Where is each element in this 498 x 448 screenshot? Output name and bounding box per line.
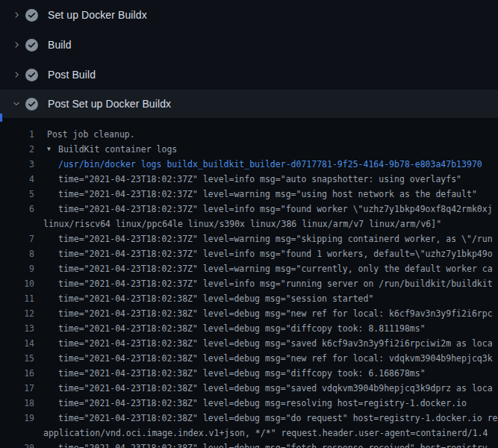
- log-line-number[interactable]: 13: [0, 321, 34, 336]
- log-line-text: time="2021-04-23T18:02:37Z" level=info m…: [34, 202, 493, 217]
- chevron-right-icon[interactable]: [10, 69, 22, 81]
- log-line-text: Post job cleanup.: [34, 127, 135, 142]
- log-line[interactable]: 5time="2021-04-23T18:02:37Z" level=warni…: [0, 187, 498, 202]
- log-line-number[interactable]: 12: [0, 306, 34, 321]
- log-line[interactable]: 14time="2021-04-23T18:02:38Z" level=debu…: [0, 336, 498, 351]
- log-line[interactable]: 4time="2021-04-23T18:02:37Z" level=info …: [0, 172, 498, 187]
- step-row-set-up-docker-buildx[interactable]: Set up Docker Buildx: [0, 0, 498, 30]
- log-line-text: time="2021-04-23T18:02:38Z" level=debug …: [34, 411, 498, 426]
- log-line-text: time="2021-04-23T18:02:37Z" level=info m…: [34, 172, 461, 187]
- log-text: time="2021-04-23T18:02:38Z" level=debug …: [58, 413, 498, 423]
- step-row-post-build[interactable]: Post Build: [0, 60, 498, 90]
- log-line-text: time="2021-04-23T18:02:38Z" level=debug …: [34, 351, 493, 366]
- step-label: Post Set up Docker Buildx: [48, 98, 171, 110]
- log-text: /usr/bin/docker logs buildx_buildkit_bui…: [58, 159, 482, 169]
- log-line[interactable]: 17time="2021-04-23T18:02:38Z" level=debu…: [0, 381, 498, 396]
- log-text: time="2021-04-23T18:02:38Z" level=debug …: [58, 308, 493, 319]
- log-line-number[interactable]: 18: [0, 396, 34, 411]
- log-line[interactable]: 3/usr/bin/docker logs buildx_buildkit_bu…: [0, 157, 498, 172]
- log-line-number[interactable]: 16: [0, 366, 34, 381]
- step-label: Set up Docker Buildx: [48, 9, 147, 21]
- log-line-number[interactable]: 1: [0, 127, 34, 142]
- log-text: time="2021-04-23T18:02:38Z" level=debug …: [58, 353, 493, 364]
- log-text: time="2021-04-23T18:02:38Z" level=debug …: [58, 293, 373, 304]
- log-line-text: time="2021-04-23T18:02:37Z" level=info m…: [34, 246, 493, 261]
- log-line[interactable]: linux/riscv64 linux/ppc64le linux/s390x …: [0, 217, 498, 231]
- log-line-text: time="2021-04-23T18:02:38Z" level=debug …: [34, 381, 493, 396]
- log-line-text: time="2021-04-23T18:02:37Z" level=warnin…: [34, 231, 493, 246]
- check-circle-icon: [25, 98, 38, 111]
- workflow-steps-list: Set up Docker Buildx Build Post Build Po…: [0, 0, 498, 118]
- log-text: time="2021-04-23T18:02:37Z" level=info m…: [58, 204, 493, 214]
- log-text: time="2021-04-23T18:02:37Z" level=warnin…: [58, 264, 493, 274]
- log-line[interactable]: 7time="2021-04-23T18:02:37Z" level=warni…: [0, 231, 498, 246]
- log-line-number[interactable]: 8: [0, 246, 34, 261]
- log-line[interactable]: 11time="2021-04-23T18:02:38Z" level=debu…: [0, 291, 498, 306]
- log-line[interactable]: 1Post job cleanup.: [0, 127, 498, 142]
- log-line-number[interactable]: 20: [0, 441, 34, 448]
- chevron-down-icon[interactable]: [10, 98, 22, 110]
- log-line[interactable]: 18time="2021-04-23T18:02:38Z" level=debu…: [0, 396, 498, 411]
- check-circle-icon: [25, 69, 38, 81]
- log-line-number[interactable]: 6: [0, 202, 34, 217]
- log-line-text: time="2021-04-23T18:02:37Z" level=warnin…: [34, 261, 493, 276]
- log-text: time="2021-04-23T18:02:38Z" level=debug …: [58, 383, 493, 393]
- log-line-text: time="2021-04-23T18:02:38Z" level=debug …: [34, 366, 426, 381]
- log-line[interactable]: 10time="2021-04-23T18:02:37Z" level=info…: [0, 276, 498, 291]
- log-line-number[interactable]: 3: [0, 157, 34, 172]
- log-line[interactable]: 8time="2021-04-23T18:02:37Z" level=info …: [0, 246, 498, 261]
- log-line-number[interactable]: 7: [0, 231, 34, 246]
- log-line[interactable]: application/vnd.oci.image.index.v1+json,…: [0, 426, 498, 441]
- log-line-text: time="2021-04-23T18:02:37Z" level=info m…: [34, 276, 493, 291]
- log-line-text: time="2021-04-23T18:02:38Z" level=debug …: [34, 321, 426, 336]
- log-line-text: time="2021-04-23T18:02:38Z" level=debug …: [34, 306, 493, 321]
- log-line-text: application/vnd.oci.image.index.v1+json,…: [34, 426, 488, 441]
- group-toggle-icon[interactable]: ▼: [47, 142, 58, 157]
- log-line-number[interactable]: 19: [0, 411, 34, 426]
- log-line-number[interactable]: 2: [0, 142, 34, 157]
- log-line[interactable]: 12time="2021-04-23T18:02:38Z" level=debu…: [0, 306, 498, 321]
- log-text: time="2021-04-23T18:02:38Z" level=debug …: [58, 368, 426, 379]
- log-line[interactable]: 9time="2021-04-23T18:02:37Z" level=warni…: [0, 261, 498, 276]
- log-line-text: time="2021-04-23T18:02:38Z" level=debug …: [34, 441, 493, 448]
- log-line-number[interactable]: 14: [0, 336, 34, 351]
- step-row-post-set-up-docker-buildx[interactable]: Post Set up Docker Buildx: [0, 90, 498, 118]
- log-text: time="2021-04-23T18:02:38Z" level=debug …: [58, 398, 467, 408]
- log-line-number[interactable]: 5: [0, 187, 34, 202]
- check-circle-icon: [25, 9, 38, 22]
- step-label: Build: [48, 39, 72, 51]
- log-text: BuildKit container logs: [58, 144, 177, 155]
- step-label: Post Build: [48, 69, 96, 81]
- log-line-number[interactable]: 10: [0, 276, 34, 291]
- log-text: time="2021-04-23T18:02:37Z" level=warnin…: [58, 234, 493, 244]
- log-command-link[interactable]: /usr/bin/docker logs buildx_buildkit_bui…: [34, 157, 482, 172]
- log-line[interactable]: 2▼BuildKit container logs: [0, 142, 498, 157]
- log-line-text: ▼BuildKit container logs: [34, 142, 177, 157]
- log-line[interactable]: 13time="2021-04-23T18:02:38Z" level=debu…: [0, 321, 498, 336]
- log-line-text: linux/riscv64 linux/ppc64le linux/s390x …: [34, 217, 441, 231]
- log-line-number[interactable]: 11: [0, 291, 34, 306]
- log-line[interactable]: 19time="2021-04-23T18:02:38Z" level=debu…: [0, 411, 498, 426]
- chevron-right-icon[interactable]: [10, 39, 22, 51]
- log-text: time="2021-04-23T18:02:38Z" level=debug …: [58, 323, 426, 334]
- log-line-number[interactable]: 4: [0, 172, 34, 187]
- log-line[interactable]: 20time="2021-04-23T18:02:38Z" level=debu…: [0, 441, 498, 448]
- log-line-number[interactable]: 9: [0, 261, 34, 276]
- log-line-number[interactable]: 17: [0, 381, 34, 396]
- log-line-number[interactable]: 15: [0, 351, 34, 366]
- step-row-build[interactable]: Build: [0, 30, 498, 60]
- log-line-text: time="2021-04-23T18:02:38Z" level=debug …: [34, 396, 467, 411]
- log-text: time="2021-04-23T18:02:37Z" level=info m…: [58, 279, 493, 289]
- log-text: time="2021-04-23T18:02:38Z" level=debug …: [58, 338, 493, 349]
- log-line-text: time="2021-04-23T18:02:38Z" level=debug …: [34, 336, 493, 351]
- log-line[interactable]: 15time="2021-04-23T18:02:38Z" level=debu…: [0, 351, 498, 366]
- log-line-text: time="2021-04-23T18:02:38Z" level=debug …: [34, 291, 373, 306]
- chevron-right-icon[interactable]: [10, 9, 22, 21]
- log-text: time="2021-04-23T18:02:37Z" level=info m…: [58, 174, 461, 184]
- log-line[interactable]: 6time="2021-04-23T18:02:37Z" level=info …: [0, 202, 498, 217]
- log-text: time="2021-04-23T18:02:37Z" level=warnin…: [58, 189, 477, 199]
- log-text: time="2021-04-23T18:02:37Z" level=info m…: [58, 249, 493, 259]
- log-line[interactable]: 16time="2021-04-23T18:02:38Z" level=debu…: [0, 366, 498, 381]
- log-line-text: time="2021-04-23T18:02:37Z" level=warnin…: [34, 187, 477, 202]
- log-text: time="2021-04-23T18:02:38Z" level=debug …: [58, 443, 493, 448]
